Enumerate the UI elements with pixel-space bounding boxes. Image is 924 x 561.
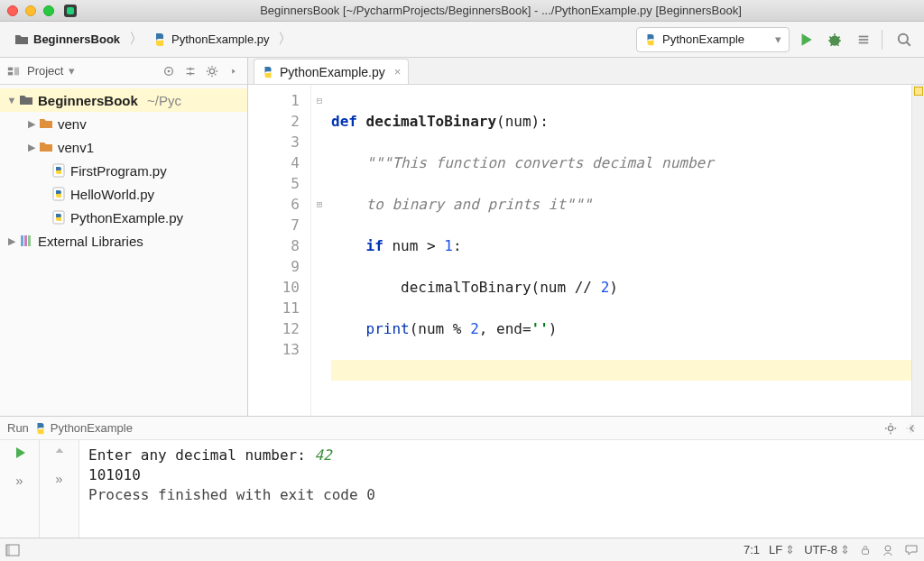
code-token: )	[609, 279, 618, 296]
svg-point-20	[888, 426, 892, 430]
svg-point-12	[168, 69, 171, 72]
folder-icon	[38, 115, 54, 132]
disclose-open-icon[interactable]: ▼	[5, 95, 18, 106]
fold-open-icon[interactable]: ⊟	[311, 90, 328, 111]
python-icon	[34, 422, 47, 435]
collapse-all-icon[interactable]	[182, 63, 199, 79]
code-token: (num):	[496, 113, 549, 130]
toggle-tool-windows-icon[interactable]	[5, 543, 20, 557]
code-token: to binary and prints it"""	[366, 196, 592, 213]
zoom-window-button[interactable]	[43, 5, 54, 16]
settings-gear-icon[interactable]	[204, 63, 220, 79]
console-output[interactable]: Enter any decimal number: 42 101010 Proc…	[79, 440, 924, 538]
code-token: decimalToBinary(num //	[401, 279, 601, 296]
navigation-bar: BeginnersBook 〉 PythonExample.py 〉 Pytho…	[0, 22, 924, 58]
line-number: 13	[248, 339, 300, 360]
svg-point-6	[899, 33, 908, 42]
caret-line	[331, 360, 911, 381]
project-panel-title: Project	[27, 64, 63, 78]
python-file-icon	[51, 186, 67, 202]
breadcrumb-project[interactable]: BeginnersBook	[7, 27, 127, 52]
disclose-closed-icon[interactable]: ▶	[5, 235, 18, 247]
folder-icon	[14, 32, 29, 47]
editor-tab-pythonexample[interactable]: PythonExample.py ×	[254, 59, 409, 84]
code-token: 2	[601, 279, 610, 296]
breadcrumb-file-label: PythonExample.py	[171, 32, 269, 46]
lock-icon[interactable]	[859, 544, 872, 556]
svg-rect-19	[28, 235, 31, 246]
disclose-closed-icon[interactable]: ▶	[25, 118, 38, 130]
tree-root[interactable]: ▼ BeginnersBook ~/Pyc	[0, 88, 247, 112]
code-token: decimalToBinary	[366, 113, 497, 130]
tree-external-libraries[interactable]: ▶ External Libraries	[0, 229, 247, 253]
svg-rect-10	[14, 67, 19, 75]
tree-folder-venv1[interactable]: ▶ venv1	[0, 135, 247, 159]
run-configuration-dropdown[interactable]: PythonExample ▾	[636, 27, 790, 52]
project-panel-header: Project ▾	[0, 58, 247, 85]
settings-gear-icon[interactable]	[884, 422, 897, 435]
fold-gutter[interactable]: ⊟ ⊞	[311, 85, 328, 416]
caret-position[interactable]: 7:1	[744, 543, 760, 556]
run-actions-column: »	[0, 440, 40, 538]
chevron-down-icon: ▾	[775, 32, 781, 46]
inspector-icon[interactable]	[881, 543, 895, 557]
up-stack-icon[interactable]	[53, 446, 66, 458]
run-button[interactable]	[793, 27, 818, 52]
module-icon	[18, 92, 34, 108]
python-icon	[262, 66, 274, 78]
breadcrumb-project-label: BeginnersBook	[33, 32, 120, 46]
more-actions-button[interactable]	[851, 27, 876, 52]
code-token: def	[331, 113, 366, 130]
scroll-from-source-icon[interactable]	[161, 63, 177, 79]
feedback-icon[interactable]	[904, 543, 919, 557]
tree-file-helloworld[interactable]: HelloWorld.py	[0, 182, 247, 206]
project-tree[interactable]: ▼ BeginnersBook ~/Pyc ▶ venv ▶ venv1 Fir…	[0, 85, 247, 416]
debug-button[interactable]	[822, 27, 847, 52]
folder-icon	[38, 139, 54, 155]
chevron-down-icon[interactable]: ▾	[69, 64, 75, 78]
tree-item-label: venv1	[58, 140, 94, 155]
disclose-closed-icon[interactable]: ▶	[25, 142, 38, 153]
tree-folder-venv[interactable]: ▶ venv	[0, 112, 247, 135]
rerun-button[interactable]	[13, 446, 27, 460]
editor-scrollbar[interactable]	[911, 85, 924, 416]
line-number: 12	[248, 318, 300, 339]
more-nav-actions[interactable]: »	[55, 471, 62, 486]
python-icon	[644, 33, 657, 46]
app-icon	[63, 4, 78, 18]
tree-file-firstprogram[interactable]: FirstProgram.py	[0, 159, 247, 182]
code-token: ''	[531, 320, 549, 337]
code-token: (num %	[410, 320, 470, 337]
inspection-warning-marker[interactable]	[914, 87, 923, 96]
console-exit-line: Process finished with exit code 0	[88, 485, 915, 505]
more-run-actions[interactable]: »	[15, 473, 23, 488]
status-bar: 7:1 LF⇕ UTF-8⇕	[0, 538, 924, 561]
line-ending-selector[interactable]: LF⇕	[769, 543, 795, 556]
hide-panel-icon[interactable]	[904, 422, 917, 435]
tree-file-pythonexample[interactable]: PythonExample.py	[0, 206, 247, 229]
tree-item-label: venv	[58, 116, 87, 132]
search-everywhere-button[interactable]	[892, 27, 917, 52]
close-tab-icon[interactable]: ×	[391, 65, 402, 78]
line-number: 6	[248, 194, 300, 215]
code-token: )	[549, 320, 558, 337]
line-number-gutter[interactable]: 1 2 3 4 5 6 7 8 9 10 11 12 13	[248, 85, 311, 416]
svg-rect-18	[24, 235, 27, 246]
hide-panel-icon[interactable]	[226, 63, 242, 79]
python-icon	[152, 32, 167, 47]
code-area[interactable]: def decimalToBinary(num): """This functi…	[328, 85, 911, 416]
line-number: 11	[248, 298, 300, 318]
line-number: 2	[248, 111, 300, 132]
svg-rect-4	[859, 39, 869, 41]
close-window-button[interactable]	[7, 5, 18, 16]
line-number: 3	[248, 132, 300, 152]
minimize-window-button[interactable]	[25, 5, 36, 16]
run-tool-config-label: PythonExample	[51, 421, 133, 435]
breadcrumb-file[interactable]: PythonExample.py	[145, 27, 276, 52]
line-number: 7	[248, 215, 300, 235]
tree-root-path: ~/Pyc	[143, 93, 181, 108]
encoding-selector[interactable]: UTF-8⇕	[804, 543, 850, 556]
svg-line-7	[907, 41, 910, 45]
editor-body[interactable]: 1 2 3 4 5 6 7 8 9 10 11 12 13 ⊟ ⊞ def de…	[248, 85, 924, 416]
fold-close-icon[interactable]: ⊞	[311, 194, 328, 215]
